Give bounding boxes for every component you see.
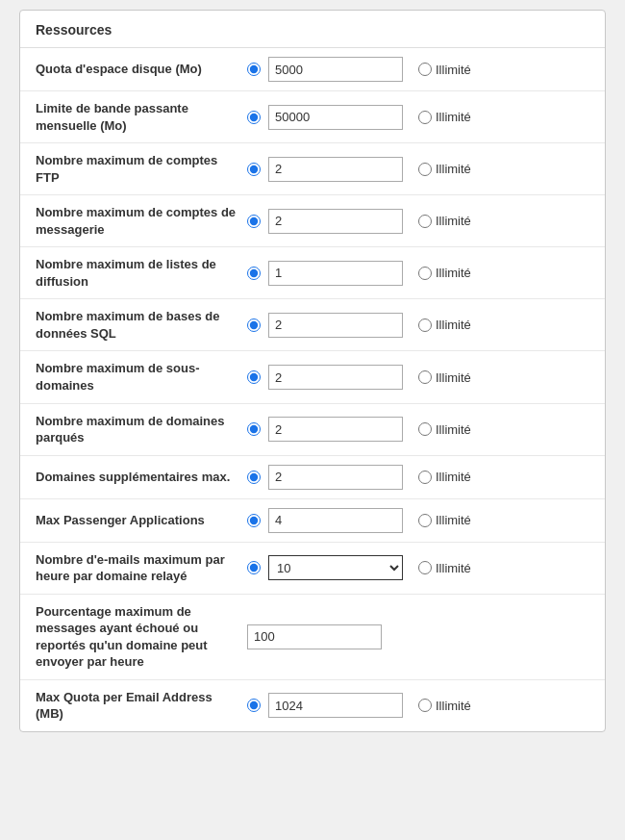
- form-row-ftp-accounts: Nombre maximum de comptes FTPIllimité: [20, 143, 605, 195]
- illimite-label-emails-per-hour: Illimité: [436, 561, 471, 575]
- illimite-label-passenger-apps: Illimité: [436, 513, 471, 527]
- radio-sql-databases[interactable]: [247, 318, 261, 332]
- label-bandwidth: Limite de bande passante mensuelle (Mo): [36, 100, 247, 134]
- form-row-bandwidth: Limite de bande passante mensuelle (Mo)I…: [20, 91, 605, 143]
- label-addon-domains: Domaines supplémentaires max.: [36, 469, 247, 486]
- radio-subdomains[interactable]: [247, 370, 261, 384]
- form-row-mail-accounts: Nombre maximum de comptes de messagerieI…: [20, 195, 605, 247]
- illimite-label-parked-domains: Illimité: [436, 422, 471, 437]
- illimite-group-disk-quota: Illimité: [418, 63, 471, 77]
- controls-failed-messages: [247, 624, 589, 649]
- illimite-group-mail-accounts: Illimité: [418, 214, 471, 228]
- form-row-passenger-apps: Max Passenger ApplicationsIllimité: [20, 499, 605, 543]
- resources-panel: Ressources Quota d'espace disque (Mo)Ill…: [19, 10, 606, 732]
- form-rows: Quota d'espace disque (Mo)IllimitéLimite…: [20, 48, 605, 731]
- form-row-sql-databases: Nombre maximum de bases de données SQLIl…: [20, 299, 605, 351]
- illimite-group-addon-domains: Illimité: [418, 470, 471, 484]
- input-ftp-accounts[interactable]: [268, 157, 403, 182]
- illimite-radio-emails-per-hour[interactable]: [418, 561, 432, 574]
- controls-mail-accounts: Illimité: [247, 209, 589, 234]
- controls-ftp-accounts: Illimité: [247, 157, 589, 182]
- panel-title: Ressources: [20, 11, 605, 48]
- input-bandwidth[interactable]: [268, 105, 403, 130]
- controls-parked-domains: Illimité: [247, 417, 589, 442]
- label-passenger-apps: Max Passenger Applications: [36, 512, 247, 529]
- radio-mailing-lists[interactable]: [247, 267, 261, 280]
- label-emails-per-hour: Nombre d'e-mails maximum par heure par d…: [36, 551, 247, 585]
- illimite-radio-disk-quota[interactable]: [418, 63, 432, 76]
- radio-parked-domains[interactable]: [247, 422, 261, 436]
- input-sql-databases[interactable]: [268, 313, 403, 338]
- form-row-subdomains: Nombre maximum de sous-domainesIllimité: [20, 351, 605, 403]
- form-row-addon-domains: Domaines supplémentaires max.Illimité: [20, 456, 605, 499]
- label-mailing-lists: Nombre maximum de listes de diffusion: [36, 256, 247, 290]
- illimite-group-email-quota: Illimité: [418, 699, 471, 713]
- label-failed-messages: Pourcentage maximum de messages ayant éc…: [36, 603, 247, 671]
- form-row-email-quota: Max Quota per Email Address (MB)Illimité: [20, 680, 605, 731]
- illimite-label-sql-databases: Illimité: [436, 318, 471, 332]
- form-row-emails-per-hour: Nombre d'e-mails maximum par heure par d…: [20, 543, 605, 595]
- radio-mail-accounts[interactable]: [247, 215, 261, 228]
- illimite-group-passenger-apps: Illimité: [418, 513, 471, 527]
- input-mailing-lists[interactable]: [268, 261, 403, 286]
- illimite-radio-mail-accounts[interactable]: [418, 215, 432, 228]
- controls-email-quota: Illimité: [247, 693, 589, 718]
- illimite-label-mailing-lists: Illimité: [436, 266, 471, 280]
- input-passenger-apps[interactable]: [268, 508, 403, 533]
- illimite-label-bandwidth: Illimité: [436, 110, 471, 124]
- illimite-radio-mailing-lists[interactable]: [418, 267, 432, 280]
- illimite-group-subdomains: Illimité: [418, 370, 471, 385]
- input-parked-domains[interactable]: [268, 417, 403, 442]
- input-email-quota[interactable]: [268, 693, 403, 718]
- controls-addon-domains: Illimité: [247, 465, 589, 490]
- input-failed-messages[interactable]: [247, 624, 382, 649]
- illimite-group-mailing-lists: Illimité: [418, 266, 471, 280]
- illimite-label-disk-quota: Illimité: [436, 63, 471, 77]
- input-addon-domains[interactable]: [268, 465, 403, 490]
- form-row-mailing-lists: Nombre maximum de listes de diffusionIll…: [20, 247, 605, 299]
- illimite-group-ftp-accounts: Illimité: [418, 162, 471, 176]
- illimite-label-mail-accounts: Illimité: [436, 214, 471, 228]
- illimite-radio-sql-databases[interactable]: [418, 318, 432, 332]
- illimite-radio-parked-domains[interactable]: [418, 422, 432, 436]
- form-row-failed-messages: Pourcentage maximum de messages ayant éc…: [20, 595, 605, 680]
- controls-subdomains: Illimité: [247, 365, 589, 390]
- label-email-quota: Max Quota per Email Address (MB): [36, 689, 247, 723]
- label-disk-quota: Quota d'espace disque (Mo): [36, 61, 247, 78]
- label-subdomains: Nombre maximum de sous-domaines: [36, 360, 247, 394]
- form-row-disk-quota: Quota d'espace disque (Mo)Illimité: [20, 48, 605, 91]
- radio-email-quota[interactable]: [247, 699, 261, 712]
- radio-disk-quota[interactable]: [247, 63, 261, 76]
- controls-mailing-lists: Illimité: [247, 261, 589, 286]
- label-sql-databases: Nombre maximum de bases de données SQL: [36, 308, 247, 342]
- illimite-radio-email-quota[interactable]: [418, 699, 432, 712]
- select-emails-per-hour[interactable]: 10: [268, 555, 403, 580]
- form-row-parked-domains: Nombre maximum de domaines parquésIllimi…: [20, 404, 605, 456]
- illimite-group-parked-domains: Illimité: [418, 422, 471, 437]
- illimite-radio-passenger-apps[interactable]: [418, 514, 432, 527]
- illimite-label-email-quota: Illimité: [436, 699, 471, 713]
- radio-ftp-accounts[interactable]: [247, 163, 261, 176]
- illimite-label-subdomains: Illimité: [436, 370, 471, 385]
- controls-bandwidth: Illimité: [247, 105, 589, 130]
- illimite-group-emails-per-hour: Illimité: [418, 561, 471, 575]
- controls-disk-quota: Illimité: [247, 57, 589, 82]
- illimite-label-addon-domains: Illimité: [436, 470, 471, 484]
- label-parked-domains: Nombre maximum de domaines parqués: [36, 413, 247, 446]
- controls-sql-databases: Illimité: [247, 313, 589, 338]
- illimite-group-bandwidth: Illimité: [418, 110, 471, 124]
- illimite-radio-addon-domains[interactable]: [418, 471, 432, 484]
- illimite-radio-bandwidth[interactable]: [418, 111, 432, 124]
- input-subdomains[interactable]: [268, 365, 403, 390]
- radio-emails-per-hour[interactable]: [247, 561, 261, 574]
- input-disk-quota[interactable]: [268, 57, 403, 82]
- radio-addon-domains[interactable]: [247, 471, 261, 484]
- input-mail-accounts[interactable]: [268, 209, 403, 234]
- label-ftp-accounts: Nombre maximum de comptes FTP: [36, 152, 247, 186]
- radio-bandwidth[interactable]: [247, 111, 261, 124]
- illimite-group-sql-databases: Illimité: [418, 318, 471, 332]
- illimite-radio-subdomains[interactable]: [418, 370, 432, 384]
- radio-passenger-apps[interactable]: [247, 514, 261, 527]
- controls-passenger-apps: Illimité: [247, 508, 589, 533]
- illimite-radio-ftp-accounts[interactable]: [418, 163, 432, 176]
